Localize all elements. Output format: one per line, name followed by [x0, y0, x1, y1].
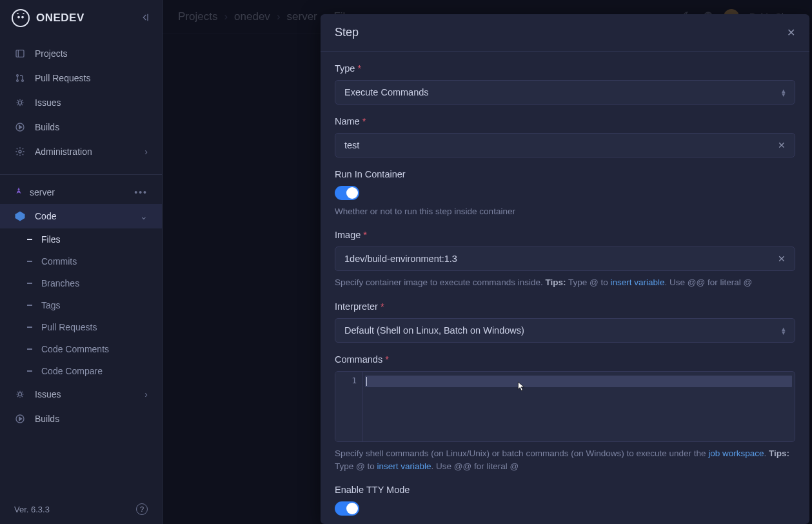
nav-administration[interactable]: Administration › [0, 139, 162, 164]
clear-icon[interactable]: ✕ [778, 140, 786, 150]
chevron-down-icon: ⌄ [140, 211, 148, 221]
select-caret-icon: ▴▾ [782, 88, 786, 96]
project-nav-issues[interactable]: Issues › [0, 382, 162, 407]
nav-projects[interactable]: Projects [0, 41, 162, 66]
step-modal: Step ✕ Type* Execute Commands ▴▾ Name* [321, 14, 809, 524]
nav-label: Code [35, 211, 56, 221]
sub-nav-files[interactable]: Files [0, 228, 162, 250]
editor-gutter: 1 [335, 372, 362, 441]
project-header[interactable]: server ••• [0, 180, 162, 204]
svg-point-9 [18, 392, 21, 396]
sub-label: Code Comments [41, 344, 109, 354]
tty-toggle[interactable] [335, 501, 359, 516]
more-icon[interactable]: ••• [134, 187, 148, 197]
name-input[interactable] [344, 140, 778, 150]
editor-area[interactable] [362, 372, 795, 441]
job-workspace-link[interactable]: job workspace [708, 448, 764, 458]
code-icon [14, 210, 26, 222]
pull-request-icon [14, 72, 26, 84]
nav-label: Administration [35, 146, 92, 157]
hint-text: Whether or not to run this step inside c… [335, 205, 795, 218]
play-icon [14, 413, 26, 425]
label-text: Enable TTY Mode [335, 485, 410, 495]
projects-icon [14, 48, 26, 59]
gear-icon [14, 146, 26, 157]
onedev-logo-icon [12, 9, 30, 27]
sidebar: ONEDEV Projects Pull Requests Issues Bui… [0, 0, 163, 524]
svg-point-4 [17, 80, 19, 82]
clear-icon[interactable]: ✕ [778, 254, 786, 264]
help-icon[interactable]: ? [136, 503, 148, 515]
modal-header: Step ✕ [321, 14, 809, 52]
sub-label: Code Compare [41, 366, 103, 376]
select-caret-icon: ▴▾ [782, 327, 786, 334]
label-text: Run In Container [335, 169, 406, 179]
sub-label: Tags [41, 300, 61, 310]
select-value: Execute Commands [344, 87, 429, 97]
nav-label: Projects [35, 48, 68, 59]
insert-variable-link[interactable]: insert variable [377, 461, 431, 471]
version-row: Ver. 6.3.3 ? [0, 494, 162, 524]
svg-rect-2 [16, 50, 24, 57]
project-nav-builds[interactable]: Builds [0, 407, 162, 431]
modal-title: Step [335, 26, 359, 39]
interpreter-select[interactable]: Default (Shell on Linux, Batch on Window… [335, 318, 795, 343]
close-icon[interactable]: ✕ [787, 26, 795, 39]
field-name: Name* ✕ [335, 116, 795, 157]
sub-nav-tags[interactable]: Tags [0, 294, 162, 316]
rocket-icon [14, 186, 23, 197]
commands-editor[interactable]: 1 [335, 371, 795, 442]
svg-point-1 [22, 16, 23, 17]
label-text: Name [335, 116, 360, 126]
sub-label: Branches [41, 278, 79, 288]
type-select[interactable]: Execute Commands ▴▾ [335, 80, 795, 105]
name-input-wrap: ✕ [335, 133, 795, 157]
svg-point-8 [19, 150, 21, 153]
field-commands: Commands* 1 Specify shell commands (on L… [335, 354, 795, 474]
chevron-right-icon: › [144, 389, 148, 399]
bug-icon [14, 97, 26, 108]
image-input[interactable] [344, 254, 778, 264]
field-tty: Enable TTY Mode Many commands print outp… [335, 485, 795, 524]
field-type: Type* Execute Commands ▴▾ [335, 63, 795, 105]
nav-issues[interactable]: Issues [0, 90, 162, 115]
select-value: Default (Shell on Linux, Batch on Window… [344, 325, 524, 336]
nav-pull-requests[interactable]: Pull Requests [0, 66, 162, 90]
commands-hint: Specify shell commands (on Linux/Unix) o… [335, 447, 795, 474]
play-icon [14, 121, 26, 133]
sub-label: Files [41, 234, 61, 245]
chevron-right-icon: › [144, 146, 148, 157]
run-in-container-toggle[interactable] [335, 186, 359, 200]
field-run-in-container: Run In Container Whether or not to run t… [335, 169, 795, 218]
insert-variable-link[interactable]: insert variable [610, 277, 664, 287]
svg-point-0 [18, 16, 19, 17]
bug-icon [14, 388, 26, 400]
label-text: Commands [335, 354, 382, 365]
sub-nav-pull-requests[interactable]: Pull Requests [0, 316, 162, 338]
nav-label: Issues [35, 389, 61, 399]
sub-nav-code-comments[interactable]: Code Comments [0, 338, 162, 360]
image-input-wrap: ✕ [335, 247, 795, 271]
nav-label: Builds [35, 414, 59, 424]
field-image: Image* ✕ Specify container image to exec… [335, 230, 795, 289]
app-name: ONEDEV [36, 12, 84, 25]
label-text: Type [335, 63, 355, 74]
tty-hint: Many commands print outputs with ANSI co… [335, 521, 795, 524]
field-interpreter: Interpreter* Default (Shell on Linux, Ba… [335, 301, 795, 343]
sub-label: Commits [41, 256, 77, 267]
sub-nav-code-compare[interactable]: Code Compare [0, 360, 162, 382]
svg-point-6 [18, 101, 21, 104]
logo-row: ONEDEV [0, 0, 162, 36]
sub-nav-commits[interactable]: Commits [0, 250, 162, 272]
version-text: Ver. 6.3.3 [14, 505, 50, 514]
nav-code[interactable]: Code ⌄ [0, 204, 162, 228]
nav-label: Builds [35, 122, 59, 132]
image-hint: Specify container image to execute comma… [335, 276, 795, 289]
label-text: Image [335, 230, 361, 240]
nav-builds[interactable]: Builds [0, 115, 162, 139]
nav-label: Issues [35, 97, 61, 108]
label-text: Interpreter [335, 301, 378, 312]
sidebar-collapse-icon[interactable] [140, 12, 150, 25]
sub-nav-branches[interactable]: Branches [0, 272, 162, 294]
sub-label: Pull Requests [41, 322, 97, 332]
